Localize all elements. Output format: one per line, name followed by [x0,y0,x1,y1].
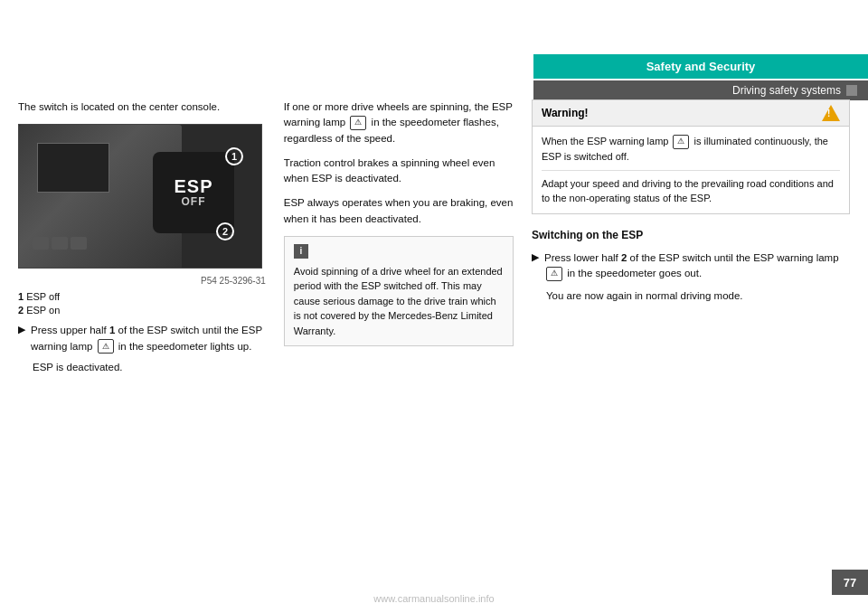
car-btn-3 [71,237,87,250]
esp-icon-inline-1: ⚠ [98,339,114,354]
circle-label-1: 1 [225,147,243,165]
esp-label: ESP [174,177,212,195]
main-content: The switch is located on the center cons… [0,99,868,384]
warning-title: Warning! [542,107,589,119]
car-screen [37,143,109,193]
esp-button-graphic: ESP OFF [153,152,234,233]
esp-icon-inline-2: ⚠ [350,116,366,130]
warning-header: Warning! [533,100,849,127]
warning-triangle-icon [822,105,840,121]
switching-on-title: Switching on the ESP [532,229,850,241]
bar-indicator [846,85,857,96]
car-btn-1 [33,237,49,250]
mid-para-1: If one or more drive wheels are spinning… [284,99,514,146]
car-btn-2 [52,237,68,250]
image-caption: P54 25-3296-31 [18,276,266,286]
bullet-item-right: ▶ Press lower half 2 of the ESP switch u… [532,250,850,282]
caption-1: 1 ESP off [18,291,266,302]
footer-watermark: www.carmanualsonline.info [373,593,494,604]
caption-2-number: 2 [18,305,24,316]
page-number: 77 [832,570,868,595]
caption-1-number: 1 [18,291,24,302]
header-bar: Safety and Security Driving safety syste… [533,54,868,100]
mid-column: If one or more drive wheels are spinning… [284,99,532,384]
off-label: OFF [182,195,206,208]
caption-2: 2 ESP on [18,305,266,316]
subsection-bar: Driving safety systems [533,80,868,100]
bullet-text-right: Press lower half 2 of the ESP switch unt… [544,250,850,282]
note-icon: i [294,244,308,259]
warning-body: When the ESP warning lamp ⚠ is illuminat… [533,127,849,213]
bullet-section-left: ▶ Press upper half 1 of the ESP switch u… [18,323,266,375]
warning-para-1: When the ESP warning lamp ⚠ is illuminat… [542,134,840,165]
note-box: i Avoid spinning of a drive wheel for an… [284,236,514,347]
esp-icon-inline-3: ⚠ [673,135,689,149]
deactivated-text: ESP is deactivated. [33,360,266,375]
note-text: Avoid spinning of a drive wheel for an e… [294,264,504,339]
circle-label-2: 2 [216,222,234,240]
switching-on-section: Switching on the ESP ▶ Press lower half … [532,229,850,305]
mid-para-3: ESP always operates when you are braking… [284,195,514,227]
subsection-label: Driving safety systems [732,84,841,97]
esp-icon-inline-4: ⚠ [546,267,562,281]
normal-driving-text: You are now again in normal driving mode… [546,288,850,304]
car-buttons [33,237,87,250]
car-image: ESP OFF 1 2 [18,124,262,269]
intro-text: The switch is located on the center cons… [18,99,266,115]
arrow-icon-right: ▶ [532,251,539,263]
section-title: Safety and Security [533,54,868,79]
bullet-text-left: Press upper half 1 of the ESP switch unt… [31,323,266,354]
arrow-icon-left: ▶ [18,324,25,335]
warning-divider [542,170,840,171]
caption-1-label: ESP off [26,291,60,302]
left-column: The switch is located on the center cons… [18,99,284,384]
right-column: Warning! When the ESP warning lamp ⚠ is … [532,99,850,384]
warning-box: Warning! When the ESP warning lamp ⚠ is … [532,99,850,214]
caption-2-label: ESP on [26,305,60,316]
mid-para-2: Traction control brakes a spinning wheel… [284,156,514,187]
bullet-item-left: ▶ Press upper half 1 of the ESP switch u… [18,323,266,354]
warning-para-2: Adapt your speed and driving to the prev… [542,176,840,206]
